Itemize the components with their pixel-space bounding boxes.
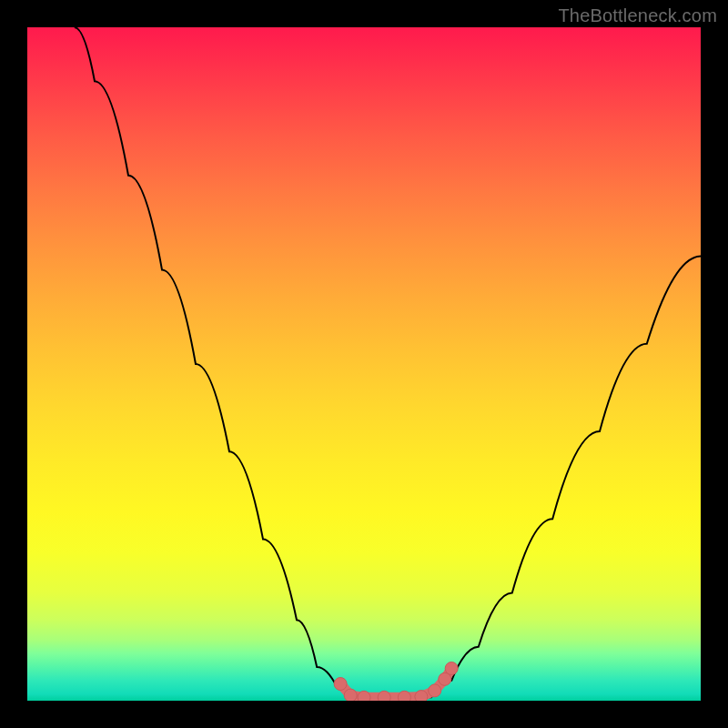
marker-dot — [334, 678, 347, 691]
plot-area — [27, 27, 701, 701]
marker-dot — [378, 691, 390, 701]
outer-frame: TheBottleneck.com — [0, 0, 728, 728]
marker-dot — [398, 691, 410, 701]
marker-dot — [358, 691, 370, 701]
marker-dot — [429, 684, 441, 697]
marker-dot — [415, 691, 428, 701]
bottleneck-curve — [75, 27, 701, 697]
curve-svg — [27, 27, 701, 701]
watermark-text: TheBottleneck.com — [558, 5, 717, 26]
marker-dot — [445, 662, 458, 674]
marker-dot — [344, 689, 357, 701]
